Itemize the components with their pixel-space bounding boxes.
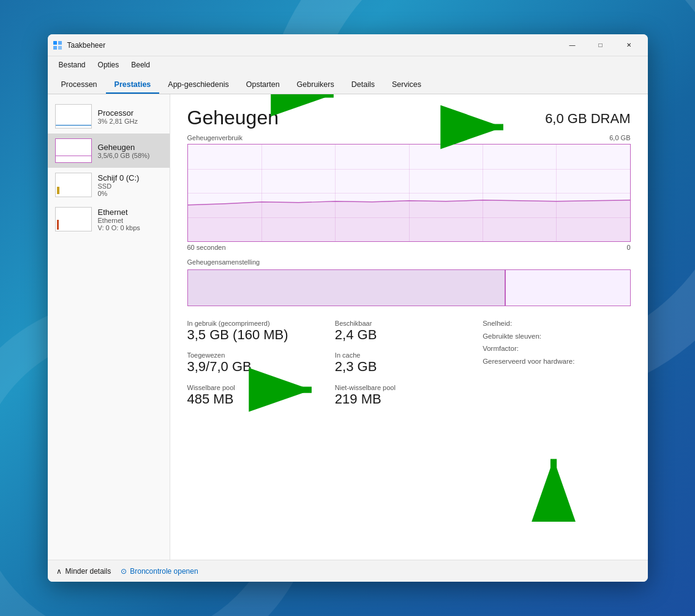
- processor-thumbnail: [55, 104, 92, 129]
- detail-panel: Geheugen 6,0 GB DRAM Geheugenverbruik 6,…: [170, 94, 648, 560]
- ethernet-info: Ethernet Ethernet V: 0 O: 0 kbps: [98, 208, 140, 231]
- disk-name: Schijf 0 (C:): [98, 173, 140, 182]
- in-gebruik-label: In gebruik (gecomprimeerd): [187, 320, 335, 327]
- processor-info: Processor 3% 2,81 GHz: [98, 108, 138, 125]
- toegewezen-label: Toegewezen: [187, 351, 335, 359]
- detail-dram: 6,0 GB DRAM: [545, 111, 630, 129]
- chart-section: Geheugenverbruik 6,0 GB: [187, 134, 631, 251]
- maximize-button[interactable]: □: [587, 34, 615, 56]
- footer: ∧ Minder details ⊙ Broncontrole openen: [48, 560, 648, 582]
- time-label: 60 seconden: [187, 244, 226, 251]
- disk-sub2: 0%: [98, 190, 140, 197]
- resource-monitor-icon: ⊙: [121, 567, 127, 576]
- sidebar-item-disk[interactable]: Schijf 0 (C:) SSD 0%: [48, 168, 170, 202]
- niet-wisselbare-value: 219 MB: [335, 391, 483, 407]
- beschikbaar-value: 2,4 GB: [335, 327, 483, 343]
- sidebar-item-ethernet[interactable]: Ethernet Ethernet V: 0 O: 0 kbps: [48, 202, 170, 236]
- detail-header: Geheugen 6,0 GB DRAM: [187, 107, 631, 129]
- svg-rect-1: [58, 41, 62, 45]
- tab-opstarten[interactable]: Opstarten: [238, 77, 288, 94]
- svg-rect-0: [53, 41, 57, 45]
- minimize-button[interactable]: —: [558, 34, 587, 56]
- titlebar: Taakbeheer — □ ✕: [48, 34, 648, 56]
- tab-prestaties[interactable]: Prestaties: [106, 77, 160, 94]
- stats-grid: In gebruik (gecomprimeerd) 3,5 GB (160 M…: [187, 317, 631, 413]
- wisselbare-label: Wisselbare pool: [187, 384, 335, 391]
- menu-beeld[interactable]: Beeld: [125, 58, 156, 72]
- app-icon: [53, 40, 62, 50]
- svg-rect-2: [53, 46, 57, 50]
- in-cache-cell: In cache 2,3 GB: [335, 349, 483, 381]
- beschikbaar-cell: Beschikbaar 2,4 GB: [335, 317, 483, 349]
- gereserveerd-label: Gereserveerd voor hardware:: [483, 355, 630, 368]
- task-manager-window: Taakbeheer — □ ✕ Bestand Opties Beeld Pr…: [48, 34, 648, 582]
- svg-rect-3: [58, 46, 62, 50]
- beschikbaar-label: Beschikbaar: [335, 320, 483, 327]
- detail-title: Geheugen: [187, 107, 279, 129]
- usage-label: Geheugenverbruik: [187, 134, 243, 141]
- resource-monitor-label: Broncontrole openen: [130, 567, 198, 576]
- niet-wisselbare-label: Niet-wisselbare pool: [335, 384, 483, 391]
- tab-bar: Processen Prestaties App-geschiedenis Op…: [48, 73, 648, 94]
- processor-name: Processor: [98, 108, 138, 118]
- processor-sub: 3% 2,81 GHz: [98, 118, 138, 125]
- window-title: Taakbeheer: [67, 41, 558, 50]
- in-gebruik-value: 3,5 GB (160 MB): [187, 327, 335, 343]
- in-gebruik-cell: In gebruik (gecomprimeerd) 3,5 GB (160 M…: [187, 317, 335, 349]
- tab-services[interactable]: Services: [383, 77, 430, 94]
- main-content: Processor 3% 2,81 GHz Geheugen 3,5/6,0 G…: [48, 94, 648, 560]
- vormfactor-label: Vormfactor:: [483, 342, 630, 355]
- disk-sub1: SSD: [98, 182, 140, 190]
- sidebar: Processor 3% 2,81 GHz Geheugen 3,5/6,0 G…: [48, 94, 170, 560]
- resource-monitor-link[interactable]: ⊙ Broncontrole openen: [121, 567, 198, 576]
- ethernet-name: Ethernet: [98, 208, 140, 217]
- menu-opties[interactable]: Opties: [92, 58, 126, 72]
- ethernet-sub2: V: 0 O: 0 kbps: [98, 224, 140, 231]
- snelheid-label: Snelheid:: [483, 317, 630, 330]
- close-button[interactable]: ✕: [615, 34, 643, 56]
- memory-name: Geheugen: [98, 143, 150, 152]
- toegewezen-cell: Toegewezen 3,9/7,0 GB: [187, 349, 335, 381]
- wisselbare-value: 485 MB: [187, 391, 335, 407]
- sidebar-item-processor[interactable]: Processor 3% 2,81 GHz: [48, 99, 170, 133]
- stats-col3: Snelheid: Gebruikte sleuven: Vormfactor:…: [483, 317, 630, 413]
- tab-details[interactable]: Details: [343, 77, 383, 94]
- disk-info: Schijf 0 (C:) SSD 0%: [98, 173, 140, 197]
- window-controls: — □ ✕: [558, 34, 643, 56]
- comp-available: [506, 270, 629, 306]
- chart-time-row: 60 seconden 0: [187, 244, 631, 251]
- ethernet-thumbnail: [55, 207, 92, 231]
- sidebar-item-memory[interactable]: Geheugen 3,5/6,0 GB (58%): [48, 133, 170, 168]
- composition-bar: [187, 269, 631, 306]
- comp-used: [188, 270, 506, 306]
- gebruikte-sleuven-label: Gebruikte sleuven:: [483, 330, 630, 343]
- in-cache-value: 2,3 GB: [335, 359, 483, 375]
- memory-thumbnail: [55, 138, 92, 163]
- toegewezen-value: 3,9/7,0 GB: [187, 359, 335, 375]
- composition-section: Geheugensamenstelling: [187, 258, 631, 306]
- stats-col2: Beschikbaar 2,4 GB In cache 2,3 GB Niet-…: [335, 317, 483, 413]
- less-details-button[interactable]: ∧ Minder details: [56, 567, 111, 576]
- memory-chart: [187, 144, 631, 242]
- tab-gebruikers[interactable]: Gebruikers: [288, 77, 343, 94]
- menu-bestand[interactable]: Bestand: [53, 58, 92, 72]
- memory-sub: 3,5/6,0 GB (58%): [98, 152, 150, 159]
- less-details-label: Minder details: [66, 567, 111, 576]
- chart-label-row: Geheugenverbruik 6,0 GB: [187, 134, 631, 141]
- stats-col1: In gebruik (gecomprimeerd) 3,5 GB (160 M…: [187, 317, 335, 413]
- memory-info: Geheugen 3,5/6,0 GB (58%): [98, 143, 150, 159]
- usage-max: 6,0 GB: [609, 134, 630, 141]
- tab-app-geschiedenis[interactable]: App-geschiedenis: [159, 77, 237, 94]
- menu-bar: Bestand Opties Beeld: [48, 56, 648, 73]
- ethernet-sub1: Ethernet: [98, 217, 140, 224]
- time-zero: 0: [626, 244, 630, 251]
- niet-wisselbare-cell: Niet-wisselbare pool 219 MB: [335, 381, 483, 413]
- wisselbare-cell: Wisselbare pool 485 MB: [187, 381, 335, 413]
- chevron-up-icon: ∧: [56, 567, 62, 576]
- chart-grid: [188, 145, 630, 241]
- in-cache-label: In cache: [335, 351, 483, 359]
- tab-processen[interactable]: Processen: [53, 77, 106, 94]
- disk-thumbnail: [55, 173, 92, 197]
- composition-label: Geheugensamenstelling: [187, 258, 631, 266]
